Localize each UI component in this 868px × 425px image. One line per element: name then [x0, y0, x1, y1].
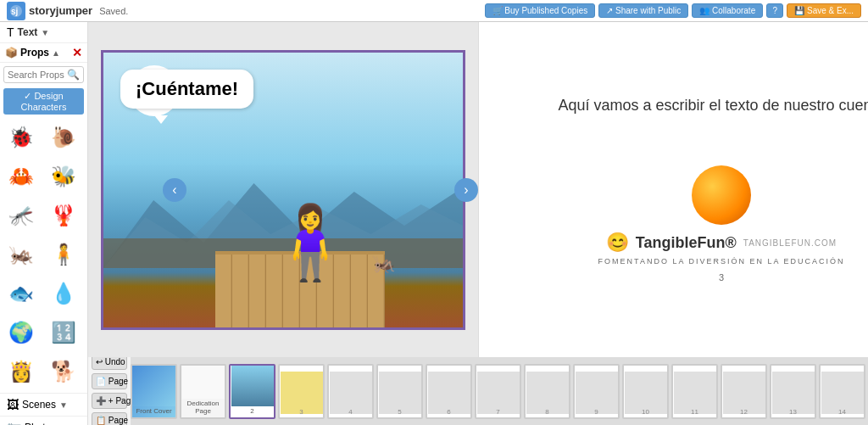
prop-ladybug[interactable]: 🐞: [3, 120, 39, 155]
sidebar-item-scenes[interactable]: 🖼 Scenes ▼: [0, 393, 87, 416]
add-page-button[interactable]: ➕ + Page: [92, 393, 127, 409]
timeline-page-8[interactable]: 7: [475, 364, 521, 419]
tangible-circle: [692, 165, 751, 225]
prop-crab2[interactable]: 🦞: [46, 198, 81, 233]
props-header: 📦 Props ▲ ✕: [0, 43, 87, 63]
prop-cricket[interactable]: 🦗: [3, 237, 39, 272]
svg-text:sj: sj: [11, 7, 19, 16]
logo-text: storyjumper: [29, 4, 92, 17]
page-canvas[interactable]: ¡Cuéntame! 🧍‍♀️ 🦗: [101, 50, 465, 330]
scenes-label: Scenes: [22, 399, 56, 411]
timeline-page-12[interactable]: 11: [671, 364, 718, 419]
page-controls: ↩ Undo 📄 Page ➕ + Page 📋 Page: [88, 350, 131, 425]
buy-button[interactable]: 🛒 Buy Published Copies: [485, 3, 596, 18]
speech-bubble-text: ¡Cuéntame!: [136, 78, 238, 99]
page3-label: 2: [250, 408, 253, 416]
prev-page-arrow[interactable]: ‹: [163, 178, 186, 202]
next-page-arrow[interactable]: ›: [454, 178, 478, 202]
dedication-label: Dedication Page: [181, 400, 225, 416]
main-layout: T Text ▼ 📦 Props ▲ ✕ 🔍 ✓ Design Characte…: [0, 22, 868, 425]
scenes-icon: 🖼: [7, 398, 19, 411]
character[interactable]: 🧍‍♀️: [265, 206, 355, 278]
timeline-page-11[interactable]: 10: [622, 364, 669, 419]
sidebar-footer: 🖼 Scenes ▼ 📷 Photos ▼ 🎤 Voice: [0, 393, 87, 425]
page3-mini: [231, 366, 274, 406]
search-input[interactable]: [8, 70, 67, 80]
timeline-pages-wrapper: Front Cover Dedication Page 2: [131, 364, 868, 419]
timeline-page-4[interactable]: 3: [278, 364, 325, 419]
timeline-page-cover[interactable]: Front Cover: [131, 364, 177, 419]
prop-dog[interactable]: 🐕: [46, 354, 81, 389]
text-panel: Aquí vamos a escribir el texto de nuestr…: [478, 22, 868, 357]
photos-label: Photos: [25, 422, 56, 425]
tangible-brand-url: TANGIBLEFUN.COM: [743, 238, 837, 248]
prop-globe[interactable]: 🌍: [3, 315, 39, 350]
timeline-area: ↩ Undo 📄 Page ➕ + Page 📋 Page Front Cove…: [88, 357, 868, 425]
grasshopper[interactable]: 🦗: [372, 253, 395, 275]
tangible-logo-area: 😊 TangibleFun® TANGIBLEFUN.COM FOMENTAND…: [598, 165, 845, 282]
timeline-page-10[interactable]: 9: [573, 364, 620, 419]
timeline-page-9[interactable]: 8: [524, 364, 570, 419]
sidebar-item-photos[interactable]: 📷 Photos ▼: [0, 416, 87, 425]
panel-text[interactable]: Aquí vamos a escribir el texto de nuestr…: [558, 97, 868, 115]
tangible-logo-row: 😊 TangibleFun® TANGIBLEFUN.COM: [606, 232, 837, 254]
canvas-area: ‹: [88, 22, 868, 425]
cover-label: Front Cover: [136, 408, 171, 416]
timeline-page-3[interactable]: 2: [229, 364, 275, 419]
speech-bubble[interactable]: ¡Cuéntame!: [120, 70, 253, 109]
timeline-page-6[interactable]: 5: [376, 364, 423, 419]
props-toggle-icon: ▲: [52, 48, 60, 58]
tangible-brand-name: TangibleFun®: [636, 234, 737, 252]
tangible-tagline: FOMENTANDO LA DIVERSIÓN EN LA EDUCACIÓN: [598, 257, 845, 266]
copy-page-button[interactable]: 📋 Page: [92, 412, 127, 425]
timeline-page-14[interactable]: 13: [770, 364, 816, 419]
timeline-page-13[interactable]: 12: [721, 364, 767, 419]
props-label: Props: [20, 47, 49, 59]
page-editor-wrapper: ¡Cuéntame! 🧍‍♀️ 🦗: [88, 50, 478, 330]
props-grid: 🐞 🐌 🦀 🐝 🦟 🦞 🦗 🧍 🐟 💧 🌍 🔢 👸 🐕: [0, 116, 87, 393]
panel-page-number: 3: [719, 272, 724, 282]
prop-snail[interactable]: 🐌: [46, 120, 81, 155]
search-icon: 🔍: [67, 69, 80, 81]
prop-bee[interactable]: 🐝: [46, 159, 81, 194]
props-header-left: 📦 Props ▲: [5, 47, 60, 59]
props-delete-button[interactable]: ✕: [72, 46, 82, 59]
timeline-pages: Front Cover Dedication Page 2: [131, 364, 868, 419]
props-search-box: 🔍: [3, 66, 84, 83]
prop-crab[interactable]: 🦀: [3, 159, 39, 194]
collaborate-button[interactable]: 👥 Collaborate: [692, 3, 763, 18]
prop-water[interactable]: 💧: [46, 276, 81, 311]
header-buttons: 🛒 Buy Published Copies ↗ Share with Publ…: [485, 3, 861, 18]
prop-fish[interactable]: 🐟: [3, 276, 39, 311]
canvas-main: ‹: [88, 22, 868, 357]
cover-mini: [133, 366, 175, 406]
tangible-face-icon: 😊: [606, 232, 629, 254]
text-toggle-icon: ▼: [41, 28, 49, 37]
dedication-mini: [182, 366, 225, 399]
timeline-page-7[interactable]: 6: [426, 364, 472, 419]
app-logo: sj storyjumper: [7, 2, 92, 20]
prop-numbers[interactable]: 🔢: [46, 315, 81, 350]
help-button[interactable]: ?: [766, 3, 783, 18]
save-button[interactable]: 💾 Save & Ex...: [787, 3, 861, 18]
saved-status: Saved.: [99, 6, 477, 16]
timeline-page-dedication[interactable]: Dedication Page: [180, 364, 226, 419]
logo-icon: sj: [7, 2, 25, 20]
props-icon: 📦: [5, 47, 18, 59]
page-button[interactable]: 📄 Page: [92, 373, 127, 389]
scenes-toggle-icon: ▼: [59, 400, 68, 410]
share-button[interactable]: ↗ Share with Public: [598, 3, 688, 18]
prop-bug[interactable]: 🦟: [3, 198, 39, 233]
app-header: sj storyjumper Saved. 🛒 Buy Published Co…: [0, 0, 868, 22]
photos-icon: 📷: [7, 421, 21, 425]
page-editor: ‹: [88, 22, 478, 357]
sidebar-item-text[interactable]: T Text ▼: [0, 22, 87, 43]
timeline-page-15[interactable]: 14: [819, 364, 865, 419]
prop-princess[interactable]: 👸: [3, 354, 39, 389]
timeline-page-5[interactable]: 4: [327, 364, 374, 419]
text-icon: T: [7, 25, 14, 39]
design-characters-button[interactable]: ✓ Design Characters: [3, 88, 84, 115]
prop-person[interactable]: 🧍: [46, 237, 81, 272]
sidebar: T Text ▼ 📦 Props ▲ ✕ 🔍 ✓ Design Characte…: [0, 22, 88, 425]
text-label: Text: [18, 26, 38, 38]
